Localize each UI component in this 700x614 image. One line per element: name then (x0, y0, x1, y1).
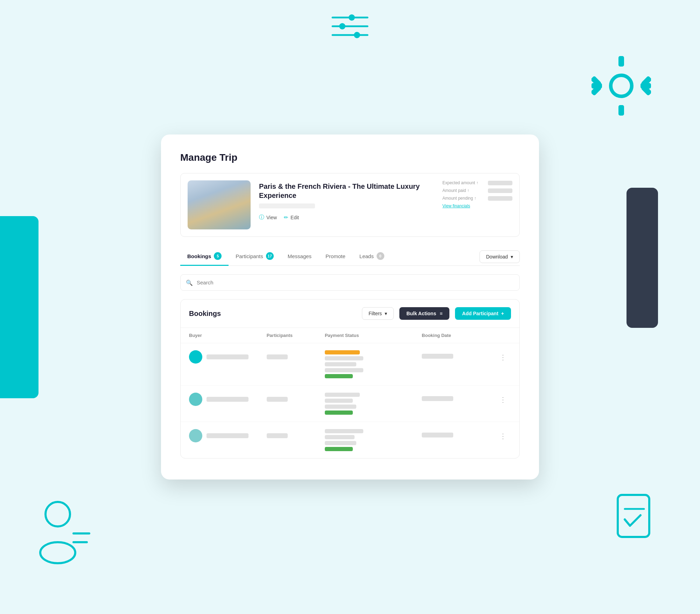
main-card: Manage Trip Paris & the French Riviera -… (161, 134, 539, 480)
row-actions: ⋮ (499, 429, 511, 440)
svg-rect-7 (618, 56, 624, 67)
table-header: Buyer Participants Payment Status Bookin… (181, 328, 519, 343)
payment-status-cell (325, 393, 422, 415)
svg-point-1 (349, 14, 355, 21)
buyer-name-blurred (206, 433, 248, 438)
buyer-name-blurred (206, 397, 248, 402)
svg-rect-8 (618, 105, 624, 116)
tabs-list: Bookings 5 Participants 17 Messages Prom… (180, 248, 479, 265)
buyer-cell (189, 350, 267, 364)
view-icon: ⓘ (259, 214, 264, 221)
trip-stats: Expected amount ↑ Amount paid ↑ Amount p… (442, 180, 512, 208)
stat-amount-pending: Amount pending ↑ (442, 196, 512, 201)
search-icon: 🔍 (186, 279, 193, 286)
payment-status-cell (325, 350, 422, 378)
row-actions: ⋮ (499, 350, 511, 361)
filters-button[interactable]: Filters ▾ (362, 307, 394, 320)
svg-point-18 (40, 542, 75, 563)
edit-icon: ✏ (284, 214, 288, 221)
more-options-button[interactable]: ⋮ (499, 353, 506, 361)
view-button[interactable]: ⓘ View (259, 214, 277, 221)
person-profile-icon (35, 498, 91, 568)
plus-icon: + (501, 311, 504, 316)
participants-cell (267, 350, 325, 359)
search-container: 🔍 (180, 274, 520, 291)
avatar (189, 393, 202, 406)
tab-leads[interactable]: Leads 0 (352, 248, 391, 266)
page-title: Manage Trip (180, 152, 520, 163)
bookings-header: Bookings Filters ▾ Bulk Actions ≡ Add Pa… (181, 299, 519, 328)
booking-date-cell (422, 393, 499, 401)
svg-point-6 (611, 75, 632, 96)
buyer-cell (189, 429, 267, 442)
tab-bookings[interactable]: Bookings 5 (180, 248, 229, 266)
gear-icon (592, 56, 651, 116)
booking-date-cell (422, 429, 499, 437)
table-row: ⋮ (181, 343, 519, 386)
avatar (189, 350, 202, 364)
svg-point-3 (339, 23, 345, 29)
tab-participants[interactable]: Participants 17 (229, 248, 280, 266)
avatar (189, 429, 202, 442)
stat-expected-amount: Expected amount ↑ (442, 180, 512, 185)
more-options-button[interactable]: ⋮ (499, 432, 506, 440)
svg-point-17 (46, 502, 70, 526)
trip-card: Paris & the French Riviera - The Ultimat… (180, 173, 520, 237)
list-icon: ≡ (440, 311, 442, 316)
chevron-down-icon: ▾ (385, 311, 387, 316)
tab-promote[interactable]: Promote (318, 248, 352, 266)
svg-rect-15 (618, 495, 649, 537)
booking-date-cell (422, 350, 499, 359)
col-booking-date: Booking Date (422, 333, 499, 338)
document-check-icon (612, 491, 658, 544)
buyer-name-blurred (206, 354, 248, 359)
bookings-section: Bookings Filters ▾ Bulk Actions ≡ Add Pa… (180, 299, 520, 458)
col-participants: Participants (267, 333, 325, 338)
col-buyer: Buyer (189, 333, 267, 338)
trip-title: Paris & the French Riviera - The Ultimat… (259, 182, 434, 200)
payment-status-cell (325, 429, 422, 451)
more-options-button[interactable]: ⋮ (499, 395, 506, 404)
col-actions (499, 333, 511, 338)
buyer-cell (189, 393, 267, 406)
bg-rect-left (0, 216, 38, 398)
table-row: ⋮ (181, 422, 519, 458)
svg-point-5 (354, 32, 360, 38)
row-actions: ⋮ (499, 393, 511, 404)
participants-cell (267, 393, 325, 402)
participants-cell (267, 429, 325, 438)
stat-link-row: View financials (442, 203, 512, 208)
bg-rect-right (626, 188, 658, 328)
trip-actions: ⓘ View ✏ Edit (259, 214, 434, 221)
bookings-section-title: Bookings (189, 310, 356, 318)
col-payment-status: Payment Status (325, 333, 422, 338)
chevron-down-icon: ▾ (511, 254, 513, 260)
tabs-row: Bookings 5 Participants 17 Messages Prom… (180, 248, 520, 266)
tab-messages[interactable]: Messages (281, 248, 318, 266)
trip-image (188, 180, 251, 229)
search-input[interactable] (180, 274, 520, 291)
sliders-icon (329, 11, 371, 39)
table-row: ⋮ (181, 386, 519, 422)
bulk-actions-button[interactable]: Bulk Actions ≡ (399, 307, 449, 320)
edit-button[interactable]: ✏ Edit (284, 214, 299, 221)
trip-meta-blurred (259, 203, 315, 208)
stat-amount-paid: Amount paid ↑ (442, 188, 512, 193)
download-button[interactable]: Download ▾ (479, 250, 520, 263)
trip-info: Paris & the French Riviera - The Ultimat… (259, 180, 434, 221)
add-participant-button[interactable]: Add Participant + (455, 307, 511, 320)
